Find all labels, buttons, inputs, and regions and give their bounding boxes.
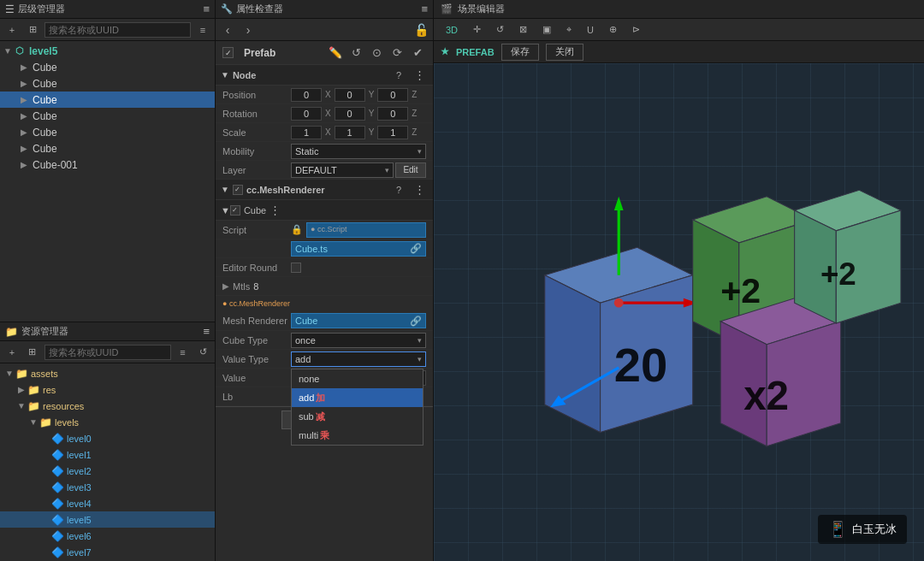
assets-menu-icon[interactable]: ≡ <box>203 325 210 338</box>
node-help-btn[interactable]: ? <box>390 67 407 84</box>
nav-back-btn[interactable]: ‹ <box>219 21 236 38</box>
hierarchy-search-input[interactable] <box>44 22 191 38</box>
node-more-btn[interactable]: ⋮ <box>411 67 428 84</box>
assets-item-level5[interactable]: 🔷 level5 <box>0 511 215 528</box>
mesh-link-icon: 🔗 <box>410 316 422 327</box>
prefab-checkbox[interactable]: ✓ <box>222 47 234 58</box>
tree-item-cube-2[interactable]: ▶ Cube <box>0 75 215 92</box>
scene-viewport[interactable]: 20 <box>434 63 924 561</box>
assets-item-level4[interactable]: 🔷 level4 <box>0 495 215 511</box>
option-sub[interactable]: sub 减 <box>292 407 423 426</box>
option-none[interactable]: none <box>292 369 423 388</box>
toolbar-scale-btn[interactable]: ⊠ <box>514 21 532 38</box>
cube-type-dropdown[interactable]: once ▾ <box>291 333 426 348</box>
scale-label: Scale <box>222 127 291 138</box>
assets-item-resources[interactable]: ▼ 📁 resources <box>0 398 215 414</box>
assets-item-level2[interactable]: 🔷 level2 <box>0 463 215 479</box>
assets-item-level6[interactable]: 🔷 level6 <box>0 528 215 544</box>
tree-item-cube-3[interactable]: ▶ Cube <box>0 92 215 108</box>
hierarchy-menu-icon[interactable]: ≡ <box>203 3 210 15</box>
prefab-edit-icon[interactable]: ✏️ <box>327 44 344 62</box>
rot-z-input[interactable] <box>377 107 408 121</box>
mtls-row: ▶ Mtls 8 <box>216 277 433 296</box>
tree-item-cube-5[interactable]: ▶ Cube <box>0 124 215 140</box>
hierarchy-sort-btn[interactable]: ⊞ <box>24 22 41 38</box>
tree-item-cube-6[interactable]: ▶ Cube <box>0 140 215 156</box>
toolbar-play-btn[interactable]: ⊳ <box>627 21 645 38</box>
mesh-help-btn[interactable]: ? <box>390 181 407 198</box>
toolbar-3d-btn[interactable]: 3D <box>441 21 463 38</box>
position-row: Position X Y Z <box>216 86 433 104</box>
properties-panel: 🔧 属性检查器 ≡ ‹ › 🔓 ✓ Prefab ✏️ ↺ ⊙ ⟳ ✔ <box>216 0 434 561</box>
scale-x-input[interactable] <box>291 126 322 139</box>
node-expand-arrow: ▼ <box>221 70 229 80</box>
assets-item-assets[interactable]: ▼ 📁 assets <box>0 365 215 381</box>
prefab-reload-icon[interactable]: ⟳ <box>388 44 406 62</box>
assets-add-btn[interactable]: + <box>3 345 21 360</box>
hierarchy-filter-btn[interactable]: ≡ <box>194 22 211 38</box>
toolbar-snap-btn[interactable]: ⌖ <box>561 21 577 38</box>
pos-x-input[interactable] <box>291 88 322 102</box>
prefab-close-btn[interactable]: 关闭 <box>546 44 583 61</box>
mobility-dropdown[interactable]: Static ▾ <box>291 144 426 159</box>
assets-refresh-btn[interactable]: ↺ <box>194 345 211 360</box>
prefab-check-icon[interactable]: ✔ <box>409 44 426 62</box>
assets-search-input[interactable] <box>44 345 171 360</box>
assets-item-label: levels <box>55 417 79 428</box>
mtls-expand[interactable]: ▶ <box>222 281 229 291</box>
assets-item-level7[interactable]: 🔷 level7 <box>0 544 215 560</box>
nav-forward-btn[interactable]: › <box>240 21 257 38</box>
link-icon[interactable]: 🔗 <box>410 243 422 254</box>
toolbar-move-btn[interactable]: ✛ <box>468 21 486 38</box>
tree-item-cube-4[interactable]: ▶ Cube <box>0 108 215 124</box>
pos-y-input[interactable] <box>335 88 365 102</box>
scale-y-input[interactable] <box>335 126 365 139</box>
assets-item-res[interactable]: ▶ 📁 res <box>0 381 215 398</box>
tree-arrow: ▼ <box>3 46 15 56</box>
prefab-row: ✓ Prefab ✏️ ↺ ⊙ ⟳ ✔ <box>216 41 433 65</box>
pos-z-input[interactable] <box>377 88 408 102</box>
prefab-target-icon[interactable]: ⊙ <box>368 44 385 62</box>
node-section-header: ▼ Node ? ⋮ <box>216 65 433 86</box>
option-multi[interactable]: multi 乘 <box>292 426 423 445</box>
cube-section-checkbox[interactable]: ✓ <box>230 205 240 216</box>
tree-item-cube-001[interactable]: ▶ Cube-001 <box>0 156 215 173</box>
cube-more-btn[interactable]: ⋮ <box>266 202 283 219</box>
hierarchy-add-btn[interactable]: + <box>3 22 21 38</box>
scale-z-input[interactable] <box>377 126 408 139</box>
mobility-value-text: Static <box>295 146 319 156</box>
props-menu-icon[interactable]: ≡ <box>421 3 428 15</box>
editor-round-checkbox[interactable] <box>291 263 301 273</box>
assets-item-level0[interactable]: 🔷 level0 <box>0 430 215 446</box>
layer-edit-btn[interactable]: Edit <box>395 162 426 178</box>
assets-item-level1[interactable]: 🔷 level1 <box>0 446 215 463</box>
prefab-save-btn[interactable]: 保存 <box>501 44 539 61</box>
scene-content: 20 <box>434 63 924 561</box>
rot-x-input[interactable] <box>291 107 322 121</box>
svg-point-10 <box>614 298 624 308</box>
prefab-refresh-icon[interactable]: ↺ <box>347 44 364 62</box>
layer-dropdown[interactable]: DEFAULT ▾ <box>291 162 394 178</box>
mesh-checkbox[interactable]: ✓ <box>233 185 243 195</box>
script-name-field[interactable]: Cube.ts 🔗 <box>291 241 426 257</box>
toolbar-local-btn[interactable]: U <box>582 21 599 38</box>
toolbar-align-btn[interactable]: ⊕ <box>604 21 622 38</box>
rot-y-input[interactable] <box>335 107 365 121</box>
assets-sort-btn[interactable]: ⊞ <box>24 345 41 360</box>
toolbar-rect-btn[interactable]: ▣ <box>537 21 556 38</box>
mesh-renderer-field[interactable]: Cube 🔗 <box>291 313 426 328</box>
tree-item-cube-1[interactable]: ▶ Cube <box>0 59 215 75</box>
assets-list-btn[interactable]: ≡ <box>175 345 192 360</box>
value-type-dropdown[interactable]: add ▾ <box>291 351 426 367</box>
mesh-more-btn[interactable]: ⋮ <box>411 181 428 198</box>
assets-item-level3[interactable]: 🔷 level3 <box>0 479 215 495</box>
tree-item-level5[interactable]: ▼ ⬡ level5 <box>0 43 215 59</box>
option-add[interactable]: add 加 <box>292 388 423 407</box>
toolbar-rotate-btn[interactable]: ↺ <box>491 21 509 38</box>
value-type-label: Value Type <box>222 354 291 364</box>
assets-item-levels[interactable]: ▼ 📁 levels <box>0 414 215 430</box>
cube-section-icons: ⋮ <box>266 202 283 219</box>
nav-unlock-btn[interactable]: 🔓 <box>412 21 429 38</box>
script-field[interactable]: ● cc.Script <box>306 222 426 238</box>
prefab-icon: 🔷 <box>51 498 65 510</box>
